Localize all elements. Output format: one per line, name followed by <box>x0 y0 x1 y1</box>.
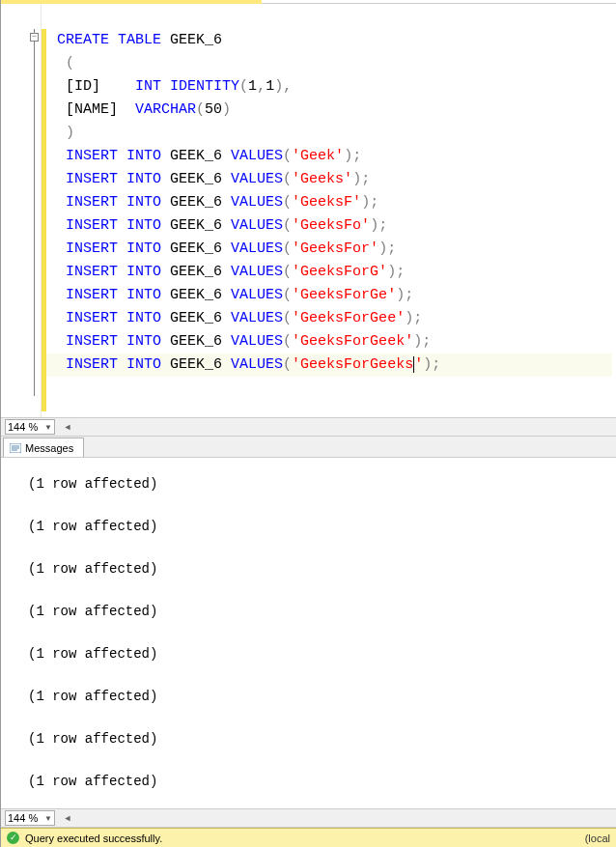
code-line[interactable]: INSERT INTO GEEK_6 VALUES('GeeksFo'); <box>45 214 616 238</box>
code-line[interactable]: INSERT INTO GEEK_6 VALUES('GeeksFor'); <box>45 238 616 261</box>
code-line[interactable]: ( <box>45 52 616 75</box>
message-row: (1 row affected) <box>28 560 616 603</box>
code-line[interactable]: INSERT INTO GEEK_6 VALUES('Geek'); <box>45 145 616 168</box>
messages-icon <box>10 443 21 453</box>
message-row: (1 row affected) <box>28 688 616 730</box>
scroll-left-icon[interactable]: ◄ <box>61 811 74 825</box>
message-row: (1 row affected) <box>28 603 616 645</box>
code-line[interactable]: [NAME] VARCHAR(50) <box>45 99 616 122</box>
code-line[interactable]: CREATE TABLE GEEK_6 <box>45 29 616 52</box>
code-line[interactable]: INSERT INTO GEEK_6 VALUES('GeeksF'); <box>45 191 616 214</box>
status-left: ✓ Query executed successfully. <box>7 832 162 844</box>
code-line[interactable]: INSERT INTO GEEK_6 VALUES('GeeksForGeek'… <box>45 330 616 353</box>
editor-gutter[interactable]: − <box>1 4 42 417</box>
messages-output[interactable]: (1 row affected)(1 row affected)(1 row a… <box>1 458 616 808</box>
message-row: (1 row affected) <box>28 773 616 808</box>
scroll-left-icon[interactable]: ◄ <box>61 420 74 434</box>
success-check-icon: ✓ <box>7 832 19 844</box>
change-indicator <box>42 29 46 411</box>
status-connection: (local <box>585 833 610 844</box>
chevron-down-icon: ▼ <box>44 423 52 432</box>
outline-line <box>34 29 35 396</box>
zoom-bar-lower: 144 % ▼ ◄ <box>1 808 616 828</box>
message-row: (1 row affected) <box>28 730 616 773</box>
zoom-dropdown[interactable]: 144 % ▼ <box>5 419 55 435</box>
zoom-bar-upper: 144 % ▼ ◄ <box>1 417 616 437</box>
message-row: (1 row affected) <box>28 475 616 518</box>
code-line[interactable]: INSERT INTO GEEK_6 VALUES('GeeksForGe'); <box>45 284 616 307</box>
collapse-toggle-icon[interactable]: − <box>30 33 39 42</box>
zoom-dropdown-lower[interactable]: 144 % ▼ <box>5 810 55 826</box>
code-line[interactable]: [ID] INT IDENTITY(1,1), <box>45 75 616 99</box>
results-tabstrip: Messages <box>1 437 616 458</box>
sql-editor[interactable]: − CREATE TABLE GEEK_6 ( [ID] INT IDENTIT… <box>1 4 616 417</box>
chevron-down-icon: ▼ <box>44 814 52 823</box>
tab-messages-label: Messages <box>25 442 73 454</box>
code-line[interactable]: INSERT INTO GEEK_6 VALUES('GeeksForGeeks… <box>45 353 612 377</box>
code-line[interactable]: ) <box>45 122 616 145</box>
code-line[interactable]: INSERT INTO GEEK_6 VALUES('Geeks'); <box>45 168 616 191</box>
code-area[interactable]: CREATE TABLE GEEK_6 ( [ID] INT IDENTITY(… <box>42 4 616 417</box>
message-row: (1 row affected) <box>28 645 616 688</box>
code-line[interactable]: INSERT INTO GEEK_6 VALUES('GeeksForG'); <box>45 261 616 284</box>
tab-messages[interactable]: Messages <box>3 438 84 457</box>
zoom-value-lower: 144 % <box>8 812 38 824</box>
status-message: Query executed successfully. <box>25 833 162 844</box>
zoom-value: 144 % <box>8 421 38 433</box>
code-line[interactable]: INSERT INTO GEEK_6 VALUES('GeeksForGee')… <box>45 307 616 330</box>
message-row: (1 row affected) <box>28 518 616 560</box>
status-bar: ✓ Query executed successfully. (local <box>1 828 616 847</box>
